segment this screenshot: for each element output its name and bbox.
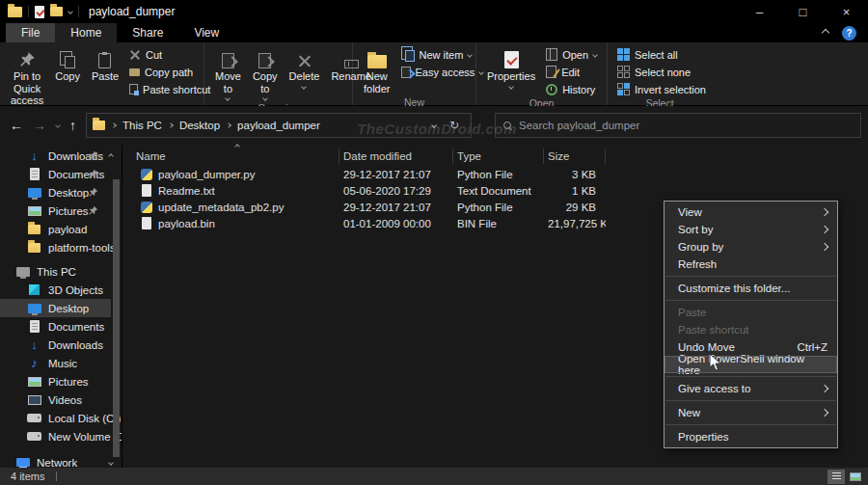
cut-button[interactable]: Cut	[125, 46, 214, 63]
new-item-button[interactable]: New item	[397, 46, 488, 63]
select-none-button[interactable]: Select none	[613, 64, 710, 80]
details-view-button[interactable]	[827, 470, 845, 484]
submenu-chevron-icon	[821, 409, 828, 417]
properties-label: Properties	[487, 70, 535, 83]
edit-icon	[546, 66, 556, 78]
sidebar-item-documents[interactable]: Documents	[0, 317, 122, 336]
collapse-ribbon-icon[interactable]	[822, 29, 829, 37]
folder-icon	[27, 225, 41, 234]
move-to-button[interactable]: Move to	[210, 45, 246, 102]
search-input[interactable]	[519, 120, 853, 131]
customize-qat-chevron-icon[interactable]	[68, 9, 73, 14]
edit-button[interactable]: Edit	[542, 64, 601, 80]
sidebar-item-pictures[interactable]: Pictures	[0, 372, 122, 391]
breadcrumb-desktop[interactable]: Desktop	[179, 120, 220, 131]
paste-shortcut-button[interactable]: Paste shortcut	[125, 81, 214, 97]
menu-label: Paste	[678, 307, 706, 318]
invert-selection-button[interactable]: Invert selection	[613, 81, 710, 97]
breadcrumb-this-pc[interactable]: This PC	[122, 120, 162, 131]
menu-item-give-access-to[interactable]: Give access to	[665, 380, 837, 397]
sidebar-item-downloads[interactable]: ↓ Downloads	[0, 336, 122, 354]
search-box[interactable]	[495, 113, 861, 138]
recent-locations-chevron-icon[interactable]	[55, 122, 61, 128]
select-all-button[interactable]: Select all	[613, 46, 710, 63]
collapse-group-chevron-icon[interactable]	[108, 153, 114, 159]
address-box[interactable]: This PC Desktop payload_dumper ↻	[86, 113, 472, 138]
help-icon[interactable]: ?	[842, 26, 856, 40]
new-folder-quick-icon[interactable]	[50, 7, 63, 16]
column-header-size[interactable]: Size	[544, 148, 606, 164]
sidebar-item-desktop[interactable]: Desktop	[0, 299, 111, 317]
open-small-buttons: Open Edit History	[542, 45, 601, 97]
menu-item-new[interactable]: New	[665, 404, 837, 421]
easy-access-icon	[401, 67, 411, 78]
tab-home[interactable]: Home	[55, 23, 117, 42]
new-item-icon	[405, 50, 415, 62]
sidebar-item-3d-objects[interactable]: 3D Objects	[0, 281, 122, 299]
history-icon	[546, 84, 557, 95]
sidebar-item-documents-qa[interactable]: Documents	[0, 165, 122, 183]
expand-network-chevron-icon[interactable]	[108, 460, 114, 466]
divider	[56, 472, 57, 481]
forward-button[interactable]: →	[33, 118, 46, 133]
menu-item-group-by[interactable]: Group by	[665, 238, 837, 256]
menu-item-sort-by[interactable]: Sort by	[665, 221, 837, 238]
file-size: 29 KB	[544, 202, 606, 213]
divider	[78, 6, 79, 17]
copy-to-button[interactable]: Copy to	[248, 45, 283, 102]
copy-to-icon	[258, 47, 271, 68]
sidebar-item-new-volume-d[interactable]: New Volume (D:	[0, 427, 122, 445]
properties-quick-icon[interactable]	[35, 6, 44, 18]
delete-label: Delete	[289, 70, 320, 83]
back-button[interactable]: ←	[10, 118, 23, 133]
menu-item-view[interactable]: View	[665, 203, 837, 221]
menu-item-refresh[interactable]: Refresh	[665, 256, 837, 273]
column-header-name[interactable]: Name	[132, 148, 339, 164]
close-button[interactable]: ×	[825, 0, 868, 23]
easy-access-label: Easy access	[416, 67, 475, 78]
properties-button[interactable]: Properties	[482, 45, 540, 91]
open-button[interactable]: Open	[542, 46, 601, 63]
easy-access-button[interactable]: Easy access	[397, 64, 488, 80]
address-dropdown-chevron-icon[interactable]	[431, 122, 437, 128]
copy-button[interactable]: Copy	[50, 45, 85, 85]
sidebar-scrollbar[interactable]	[113, 179, 120, 457]
clipboard-buttons: Pin to Quick access Copy Paste Cut	[0, 42, 203, 109]
pin-to-quick-access-button[interactable]: Pin to Quick access	[6, 45, 48, 109]
menu-label: Open PowerShell window here	[678, 353, 827, 376]
tab-share[interactable]: Share	[117, 23, 178, 42]
sidebar-item-this-pc[interactable]: This PC	[0, 262, 122, 281]
paste-button[interactable]: Paste	[87, 45, 123, 85]
ribbon: Pin to Quick access Copy Paste Cut	[0, 42, 868, 106]
sidebar-item-pictures-qa[interactable]: Pictures	[0, 202, 122, 220]
menu-item-properties[interactable]: Properties	[665, 428, 837, 445]
column-header-type[interactable]: Type	[453, 148, 544, 164]
maximize-button[interactable]: □	[781, 0, 825, 23]
new-folder-button[interactable]: New folder	[359, 45, 395, 96]
menu-item-open-powershell[interactable]: Open PowerShell window here	[665, 356, 837, 373]
thumbnail-view-button[interactable]	[847, 470, 864, 484]
sidebar-item-videos[interactable]: Videos	[0, 391, 122, 409]
menu-label: Sort by	[678, 224, 713, 235]
minimize-button[interactable]: –	[738, 0, 781, 23]
sidebar-item-platform-tools[interactable]: platform-tools	[0, 238, 122, 256]
tab-file[interactable]: File	[6, 23, 55, 42]
ribbon-tab-row: File Home Share View ?	[0, 23, 868, 42]
sidebar-item-downloads-qa[interactable]: ↓ Downloads	[0, 147, 122, 165]
sidebar-label: This PC	[37, 266, 76, 278]
sidebar-item-music[interactable]: ♪ Music	[0, 354, 122, 372]
sidebar-item-desktop-qa[interactable]: Desktop	[0, 183, 122, 202]
up-button[interactable]: ↑	[69, 118, 76, 133]
file-row[interactable]: payload_dumper.py 29-12-2017 21:07 Pytho…	[122, 166, 868, 182]
history-button[interactable]: History	[542, 81, 601, 97]
file-row[interactable]: Readme.txt 05-06-2020 17:29 Text Documen…	[122, 182, 868, 199]
breadcrumb-payload-dumper[interactable]: payload_dumper	[237, 120, 320, 131]
menu-item-customize-folder[interactable]: Customize this folder...	[665, 280, 837, 297]
sidebar-item-local-disk-c[interactable]: Local Disk (C:)	[0, 409, 122, 427]
delete-button[interactable]: Delete	[285, 45, 325, 91]
copy-path-button[interactable]: Copy path	[125, 64, 214, 80]
column-header-date-modified[interactable]: Date modified	[339, 148, 453, 164]
refresh-icon[interactable]: ↻	[449, 119, 459, 132]
tab-view[interactable]: View	[178, 23, 234, 42]
sidebar-item-payload[interactable]: payload	[0, 220, 122, 238]
